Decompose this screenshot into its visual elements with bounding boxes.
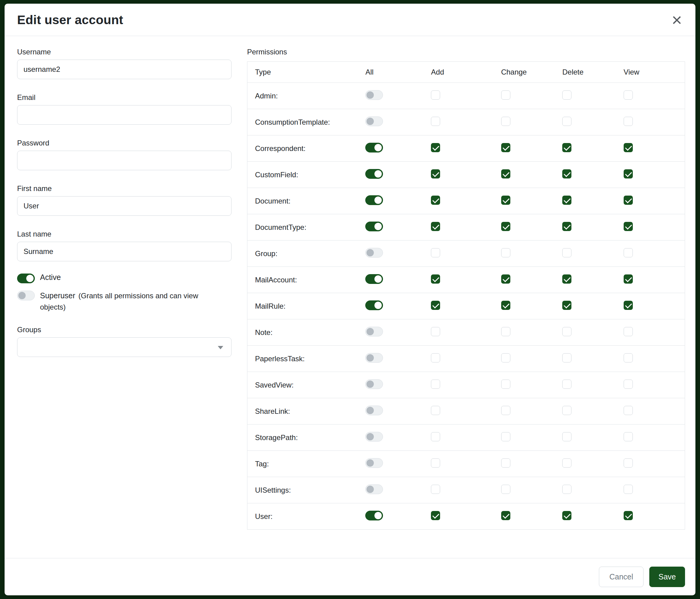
permission-checkbox-delete[interactable] [562,406,571,415]
permission-checkbox-change[interactable] [501,327,510,336]
permission-checkbox-view[interactable] [624,380,633,389]
permission-checkbox-change[interactable] [501,274,510,284]
permission-checkbox-view[interactable] [624,248,633,257]
permission-checkbox-change[interactable] [501,143,510,152]
permission-toggle-all[interactable] [365,432,383,441]
permission-toggle-all[interactable] [365,116,383,126]
password-field[interactable] [17,151,231,170]
permission-checkbox-add[interactable] [431,511,440,520]
permission-checkbox-view[interactable] [624,327,633,336]
permission-checkbox-change[interactable] [501,511,510,520]
permission-checkbox-view[interactable] [624,458,633,468]
permission-checkbox-delete[interactable] [562,169,571,178]
permission-checkbox-delete[interactable] [562,248,571,257]
permission-checkbox-delete[interactable] [562,353,571,362]
permission-toggle-all[interactable] [365,327,383,336]
permission-toggle-all[interactable] [365,379,383,389]
permission-checkbox-change[interactable] [501,432,510,441]
permission-checkbox-add[interactable] [431,91,440,100]
permission-checkbox-delete[interactable] [562,327,571,336]
permission-checkbox-add[interactable] [431,327,440,336]
permission-checkbox-view[interactable] [624,196,633,205]
superuser-label: Superuser [40,291,75,300]
permission-checkbox-view[interactable] [624,511,633,520]
permission-toggle-all[interactable] [365,511,383,521]
permission-checkbox-change[interactable] [501,301,510,310]
permission-toggle-all[interactable] [365,221,383,231]
permission-toggle-all[interactable] [365,248,383,258]
permission-checkbox-add[interactable] [431,485,440,494]
permission-toggle-all[interactable] [365,301,383,310]
permission-checkbox-add[interactable] [431,117,440,126]
permission-checkbox-view[interactable] [624,274,633,284]
permission-checkbox-add[interactable] [431,353,440,362]
permission-toggle-all[interactable] [365,90,383,100]
permission-checkbox-change[interactable] [501,380,510,389]
permission-checkbox-change[interactable] [501,485,510,494]
email-field[interactable] [17,105,231,125]
permission-checkbox-change[interactable] [501,169,510,178]
permission-toggle-all[interactable] [365,143,383,152]
permission-checkbox-add[interactable] [431,222,440,231]
permission-checkbox-delete[interactable] [562,458,571,468]
last-name-input[interactable] [17,242,231,261]
permission-toggle-all[interactable] [365,406,383,415]
permission-checkbox-view[interactable] [624,406,633,415]
first-name-field-group: First name [17,184,231,216]
permission-checkbox-view[interactable] [624,169,633,178]
permission-checkbox-view[interactable] [624,353,633,362]
permission-checkbox-change[interactable] [501,117,510,126]
permission-checkbox-change[interactable] [501,196,510,205]
permission-toggle-all[interactable] [365,195,383,205]
permission-checkbox-add[interactable] [431,301,440,310]
permission-checkbox-view[interactable] [624,485,633,494]
permission-checkbox-change[interactable] [501,248,510,257]
permission-checkbox-delete[interactable] [562,274,571,284]
permission-checkbox-view[interactable] [624,222,633,231]
permission-checkbox-add[interactable] [431,169,440,178]
permission-checkbox-delete[interactable] [562,117,571,126]
permission-checkbox-delete[interactable] [562,301,571,310]
username-input[interactable] [17,59,231,79]
permission-checkbox-change[interactable] [501,91,510,100]
first-name-input[interactable] [17,196,231,216]
chevron-down-icon [218,346,223,349]
permission-toggle-all[interactable] [365,274,383,284]
permission-checkbox-add[interactable] [431,380,440,389]
save-button[interactable]: Save [649,567,685,587]
permission-checkbox-delete[interactable] [562,511,571,520]
permission-checkbox-change[interactable] [501,406,510,415]
permission-type-label: PaperlessTask: [255,355,305,363]
permission-checkbox-add[interactable] [431,458,440,468]
permission-checkbox-change[interactable] [501,222,510,231]
permission-checkbox-add[interactable] [431,196,440,205]
permission-checkbox-add[interactable] [431,406,440,415]
permission-checkbox-view[interactable] [624,117,633,126]
permission-checkbox-change[interactable] [501,458,510,468]
permission-checkbox-delete[interactable] [562,143,571,152]
permission-checkbox-delete[interactable] [562,196,571,205]
permission-checkbox-delete[interactable] [562,432,571,441]
permission-checkbox-delete[interactable] [562,485,571,494]
permission-checkbox-add[interactable] [431,274,440,284]
permission-checkbox-delete[interactable] [562,91,571,100]
permission-checkbox-add[interactable] [431,432,440,441]
groups-select[interactable] [17,337,231,357]
permission-checkbox-delete[interactable] [562,222,571,231]
superuser-toggle[interactable] [17,291,35,301]
permission-checkbox-view[interactable] [624,301,633,310]
permission-checkbox-change[interactable] [501,353,510,362]
permission-checkbox-view[interactable] [624,143,633,152]
permission-checkbox-view[interactable] [624,432,633,441]
permission-checkbox-add[interactable] [431,248,440,257]
permission-toggle-all[interactable] [365,169,383,179]
cancel-button[interactable]: Cancel [599,567,644,587]
permission-checkbox-add[interactable] [431,143,440,152]
permission-checkbox-view[interactable] [624,91,633,100]
permission-toggle-all[interactable] [365,458,383,468]
permission-toggle-all[interactable] [365,484,383,494]
active-toggle[interactable] [17,273,35,283]
close-icon[interactable]: × [672,13,682,27]
permission-toggle-all[interactable] [365,353,383,363]
permission-checkbox-delete[interactable] [562,380,571,389]
